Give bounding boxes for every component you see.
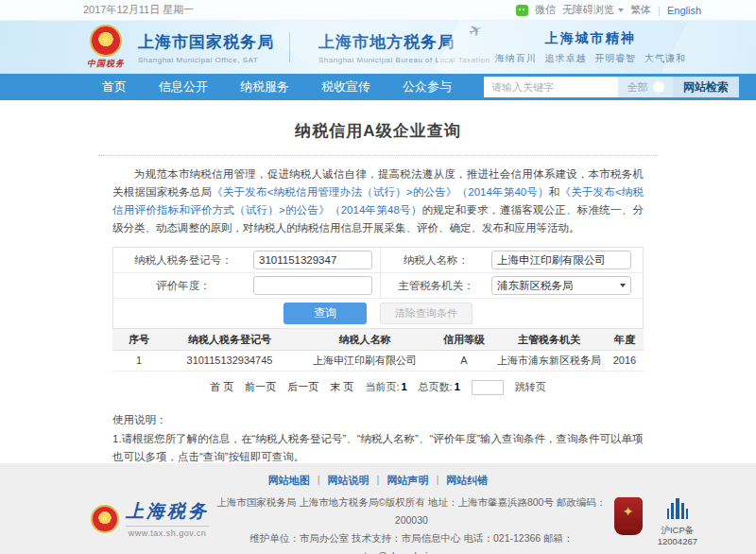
- icp-block[interactable]: 沪ICP备 12004267: [658, 497, 697, 547]
- taxpayer-reg-number-label: 纳税人税务登记号：: [113, 248, 253, 272]
- intro-text-2: 和: [549, 186, 560, 198]
- announcement-link-40[interactable]: 《关于发布<纳税信用管理办法（试行）>的公告》（2014年第40号）: [212, 186, 549, 198]
- nav-item-info-disclosure[interactable]: 信息公开: [159, 78, 208, 95]
- total-pages-group: 总页数:1: [419, 380, 460, 394]
- col-header-reg-number: 纳税人税务登记号: [165, 329, 294, 350]
- icp-building-icon: [666, 497, 689, 520]
- total-pages-label: 总页数:: [419, 381, 453, 392]
- last-page-link[interactable]: 末 页: [330, 380, 353, 394]
- city-spirit-motto: 海纳百川 追求卓越 开明睿智 大气谦和: [495, 52, 686, 65]
- footer-emblem-icon: [91, 505, 119, 533]
- nav-item-public-participation[interactable]: 公众参与: [403, 78, 452, 95]
- col-header-seq: 序号: [112, 329, 165, 350]
- cell-tax-authority: 上海市浦东新区税务局: [492, 350, 606, 371]
- next-page-link[interactable]: 后一页: [287, 380, 318, 394]
- tax-authority-select[interactable]: 浦东新区税务局: [491, 276, 631, 295]
- current-date: 2017年12月11日 星期一: [83, 3, 194, 17]
- title-divider: [98, 155, 658, 156]
- traditional-chinese-link[interactable]: 繁体: [630, 3, 651, 17]
- footer: 网站地图 | 网站说明 | 网站声明 | 网站纠错 上海税务 www.tax.s…: [0, 463, 756, 554]
- footer-link-error-report[interactable]: 网站纠错: [446, 474, 488, 488]
- site-search: 全部 网站检索: [484, 77, 739, 97]
- scope-toggle-knob: [653, 81, 664, 93]
- logo-caption: 中国税务: [87, 58, 125, 70]
- cell-taxpayer-name: 上海申江印刷有限公司: [294, 350, 436, 371]
- footer-logo-url: www.tax.sh.gov.cn: [126, 526, 209, 538]
- national-emblem-icon: [90, 25, 122, 57]
- icp-number-line1: 沪ICP备: [658, 525, 697, 536]
- org-national-block: 上海市国家税务局 Shanghai Municipal Office, SAT: [138, 31, 274, 64]
- footer-link-sitemap[interactable]: 网站地图: [268, 474, 310, 488]
- footer-logo-block[interactable]: 上海税务 www.tax.sh.gov.cn: [91, 493, 209, 538]
- accessibility-link[interactable]: 无障碍浏览: [562, 3, 614, 17]
- top-utility-bar: 2017年12月11日 星期一 微信 无障碍浏览 繁体 | English: [0, 0, 756, 21]
- org-national-name-en: Shanghai Municipal Office, SAT: [138, 56, 274, 64]
- results-table: 序号 纳税人税务登记号 纳税人名称 信用等级 主管税务机关 年度 1 31011…: [112, 329, 644, 372]
- prev-page-link[interactable]: 前一页: [245, 380, 276, 394]
- city-spirit-title: 上海城市精神: [495, 30, 686, 47]
- table-row: 1 310115132934745 上海申江印刷有限公司 A 上海市浦东新区税务…: [112, 350, 644, 371]
- wechat-icon: [516, 5, 528, 16]
- taxpayer-reg-number-input[interactable]: [253, 251, 372, 269]
- search-scope-label: 全部: [627, 80, 648, 95]
- topbar-divider: |: [658, 5, 661, 16]
- current-page-group: 当前页:1: [365, 380, 406, 394]
- supervision-badge-icon[interactable]: [614, 497, 643, 535]
- footer-links: 网站地图 | 网站说明 | 网站声明 | 网站纠错: [0, 463, 756, 488]
- nav-item-tax-services[interactable]: 纳税服务: [240, 78, 289, 95]
- chevron-down-icon: [618, 9, 624, 12]
- first-page-link[interactable]: 首 页: [210, 380, 233, 394]
- intro-paragraph: 为规范本市纳税信用管理，促进纳税人诚信自律，提高税法遵从度，推进社会信用体系建设…: [112, 165, 644, 237]
- evaluation-year-label: 评价年度：: [113, 273, 253, 298]
- total-pages-value: 1: [455, 381, 460, 392]
- wechat-link[interactable]: 微信: [535, 3, 556, 17]
- footer-copyright: 上海市国家税务局 上海市地方税务局©版权所有 地址：上海市肇嘉浜路800号 邮政…: [216, 493, 607, 529]
- evaluation-year-input[interactable]: [253, 276, 372, 295]
- header-banner: 中国税务 上海市国家税务局 Shanghai Municipal Office,…: [0, 21, 756, 74]
- usage-notes-title: 使用说明：: [112, 411, 644, 430]
- page: 2017年12月11日 星期一 微信 无障碍浏览 繁体 | English 中国…: [0, 0, 756, 554]
- main-content: 纳税信用A级企业查询 为规范本市纳税信用管理，促进纳税人诚信自律，提高税法遵从度…: [112, 100, 644, 505]
- org-national-name: 上海市国家税务局: [138, 31, 274, 53]
- col-header-year: 年度: [606, 329, 644, 350]
- tax-bureau-logo[interactable]: 中国税务: [87, 25, 125, 70]
- query-button[interactable]: 查询: [284, 303, 367, 324]
- cell-seq: 1: [112, 350, 165, 371]
- pagination: 首 页 前一页 后一页 末 页 当前页:1 总页数:1 跳转页: [112, 380, 644, 395]
- usage-note-1: 1.请根据您所了解的信息，在“纳税人税务登记号”、“纳税人名称”、“评价年度”输…: [112, 430, 644, 468]
- tax-authority-label: 主管税务机关：: [380, 273, 491, 298]
- search-button[interactable]: 网站检索: [673, 77, 739, 97]
- footer-link-statement[interactable]: 网站声明: [387, 474, 428, 488]
- footer-badges: 沪ICP备 12004267: [614, 497, 697, 547]
- footer-logo-text: 上海税务: [126, 499, 209, 524]
- nav-item-tax-publicity[interactable]: 税收宣传: [321, 78, 370, 95]
- select-caret-icon: [620, 284, 626, 287]
- icp-number-line2: 12004267: [658, 536, 697, 547]
- clear-conditions-button[interactable]: 清除查询条件: [380, 303, 472, 324]
- nav-item-home[interactable]: 首页: [102, 78, 127, 95]
- english-link[interactable]: English: [667, 5, 701, 16]
- footer-maintenance: 维护单位：市局办公室 技术支持：市局信息中心 电话：021-12366 邮箱：t…: [216, 529, 607, 554]
- search-input[interactable]: [484, 77, 618, 97]
- form-buttons-row: 查询 清除查询条件: [113, 299, 643, 328]
- taxpayer-name-label: 纳税人名称：: [380, 248, 491, 272]
- footer-link-divider: |: [318, 474, 320, 488]
- results-header-row: 序号 纳税人税务登记号 纳税人名称 信用等级 主管税务机关 年度: [112, 329, 644, 350]
- query-form: 纳税人税务登记号： 纳税人名称： 评价年度： 主管税务机关： 浦东新区税务局: [112, 247, 644, 329]
- col-header-credit-rating: 信用等级: [436, 329, 492, 350]
- footer-info-block: 上海市国家税务局 上海市地方税务局©版权所有 地址：上海市肇嘉浜路800号 邮政…: [209, 493, 614, 554]
- jump-page-label: 跳转页: [515, 380, 546, 394]
- cell-credit-rating: A: [436, 350, 492, 371]
- city-spirit-block: ✈ 上海城市精神 海纳百川 追求卓越 开明睿智 大气谦和: [495, 30, 690, 65]
- form-row-2: 评价年度： 主管税务机关： 浦东新区税务局: [113, 273, 643, 299]
- taxpayer-name-input[interactable]: [491, 251, 631, 269]
- search-scope-selector[interactable]: 全部: [618, 77, 673, 97]
- form-row-1: 纳税人税务登记号： 纳税人名称：: [113, 248, 643, 273]
- footer-link-site-help[interactable]: 网站说明: [328, 474, 369, 488]
- col-header-taxpayer-name: 纳税人名称: [294, 329, 436, 350]
- footer-main: 上海税务 www.tax.sh.gov.cn 上海市国家税务局 上海市地方税务局…: [0, 493, 756, 554]
- banner-decoration: [269, 21, 431, 74]
- current-page-label: 当前页:: [365, 381, 399, 392]
- jump-page-input[interactable]: [472, 380, 504, 395]
- col-header-tax-authority: 主管税务机关: [492, 329, 606, 350]
